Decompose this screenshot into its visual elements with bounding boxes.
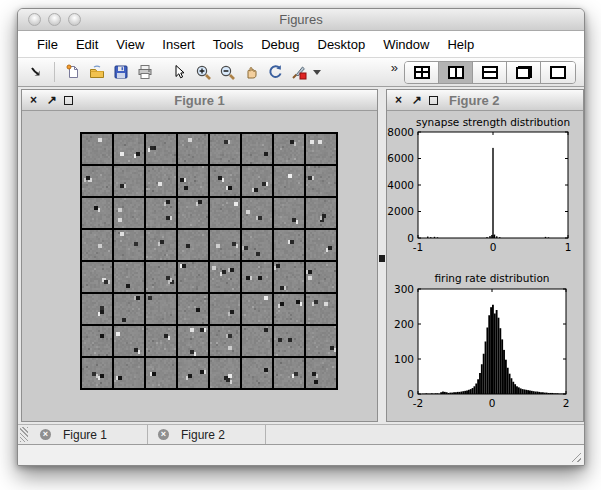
new-document-icon <box>65 64 81 80</box>
brush-dropdown-icon[interactable] <box>313 70 321 75</box>
svg-text:300: 300 <box>394 283 414 295</box>
menu-window[interactable]: Window <box>374 33 438 56</box>
brush-icon <box>291 64 307 80</box>
pan-button[interactable] <box>239 60 263 84</box>
svg-text:firing rate distribution: firing rate distribution <box>434 272 549 284</box>
split-horizontal-icon <box>482 66 498 79</box>
menu-desktop[interactable]: Desktop <box>309 33 375 56</box>
cascade-icon <box>516 66 532 79</box>
figure2-maximize-icon[interactable] <box>429 96 438 105</box>
tab-figure-1[interactable]: × Figure 1 <box>30 425 148 444</box>
figure2-undock-icon[interactable]: ↗ <box>412 91 429 109</box>
menu-help[interactable]: Help <box>438 33 483 56</box>
menu-edit[interactable]: Edit <box>67 33 107 56</box>
tab-figure-2-label: Figure 2 <box>181 428 225 442</box>
zoom-in-icon <box>195 64 212 81</box>
svg-text:2: 2 <box>563 397 570 409</box>
rotate-3d-icon <box>267 64 283 80</box>
zoom-out-button[interactable] <box>215 60 239 84</box>
figure1-canvas-area[interactable] <box>22 111 377 421</box>
menu-insert[interactable]: Insert <box>153 33 204 56</box>
figure2-panel-title: Figure 2 <box>449 93 583 108</box>
svg-text:4000: 4000 <box>387 179 414 191</box>
menu-file[interactable]: File <box>28 33 67 56</box>
toolbar: » <box>18 57 584 87</box>
tab-figure-1-close-icon[interactable]: × <box>40 429 51 440</box>
status-bar <box>18 444 584 465</box>
brush-button[interactable] <box>287 60 311 84</box>
split-vertical-icon <box>448 66 464 79</box>
tab-figure-2-close-icon[interactable]: × <box>158 429 169 440</box>
pan-hand-icon <box>243 64 259 80</box>
layout-cascade-button[interactable] <box>507 62 541 83</box>
zoom-in-button[interactable] <box>191 60 215 84</box>
open-folder-button[interactable] <box>85 60 109 84</box>
layout-segmented-control <box>404 61 576 84</box>
figure1-panel-header[interactable]: × ↗ Figure 1 <box>22 90 377 111</box>
figure1-close-icon[interactable]: × <box>30 91 47 109</box>
svg-text:0: 0 <box>489 397 496 409</box>
svg-text:100: 100 <box>394 353 414 365</box>
edit-plot-button[interactable] <box>167 60 191 84</box>
tab-figure-2[interactable]: × Figure 2 <box>148 425 266 444</box>
figure2-canvas-area[interactable]: 02000400060008000-101synapse strength di… <box>387 111 583 421</box>
grid-2x2-icon <box>414 66 430 79</box>
save-icon <box>113 64 129 80</box>
tab-figure-1-label: Figure 1 <box>63 428 107 442</box>
figure2-plots[interactable]: 02000400060008000-101synapse strength di… <box>387 111 583 421</box>
dock-arrow-button[interactable] <box>24 60 48 84</box>
zoom-out-icon <box>219 64 236 81</box>
new-document-button[interactable] <box>61 60 85 84</box>
toolbar-overflow-button[interactable]: » <box>391 58 398 75</box>
open-folder-icon <box>89 64 105 80</box>
svg-text:-2: -2 <box>413 397 423 409</box>
receptive-field-grid-image[interactable] <box>80 132 338 390</box>
menu-view[interactable]: View <box>107 33 153 56</box>
figure1-panel: × ↗ Figure 1 <box>21 89 378 422</box>
tabbar-grip[interactable] <box>20 427 28 442</box>
menu-debug[interactable]: Debug <box>252 33 308 56</box>
layout-single-button[interactable] <box>541 62 575 83</box>
figure2-panel-header[interactable]: × ↗ Figure 2 <box>387 90 583 111</box>
figure2-close-icon[interactable]: × <box>395 91 412 109</box>
toolbar-separator <box>54 62 55 82</box>
figure1-panel-title: Figure 1 <box>22 93 377 108</box>
svg-text:1: 1 <box>565 241 572 253</box>
svg-text:2000: 2000 <box>387 205 414 217</box>
svg-text:200: 200 <box>394 318 414 330</box>
figure1-maximize-icon[interactable] <box>64 96 73 105</box>
menu-bar: File Edit View Insert Tools Debug Deskto… <box>18 31 584 57</box>
svg-text:8000: 8000 <box>387 126 414 138</box>
figure1-undock-icon[interactable]: ↗ <box>47 91 64 109</box>
print-button[interactable] <box>133 60 157 84</box>
rotate-3d-button[interactable] <box>263 60 287 84</box>
svg-text:synapse strength distribution: synapse strength distribution <box>416 116 570 128</box>
menu-tools[interactable]: Tools <box>204 33 252 56</box>
svg-text:-1: -1 <box>413 241 423 253</box>
svg-text:6000: 6000 <box>387 152 414 164</box>
figure2-panel: × ↗ Figure 2 02000400060008000-101synaps… <box>386 89 584 422</box>
figure-tab-bar: × Figure 1 × Figure 2 <box>18 424 584 444</box>
edit-plot-cursor-icon <box>171 64 187 80</box>
panel-splitter-handle[interactable] <box>379 255 385 262</box>
desktop: Figures File Edit View Insert Tools Debu… <box>0 0 601 490</box>
window-resize-grip[interactable] <box>568 449 581 462</box>
save-button[interactable] <box>109 60 133 84</box>
figures-window: Figures File Edit View Insert Tools Debu… <box>17 8 585 466</box>
layout-split-vertical-button[interactable] <box>439 62 473 83</box>
titlebar[interactable]: Figures <box>18 9 584 31</box>
print-icon <box>137 64 153 80</box>
layout-grid-2x2-button[interactable] <box>405 62 439 83</box>
svg-text:0: 0 <box>490 241 497 253</box>
dock-arrow-icon <box>29 65 43 79</box>
layout-split-horizontal-button[interactable] <box>473 62 507 83</box>
window-title: Figures <box>18 12 584 27</box>
single-window-icon <box>550 66 566 79</box>
